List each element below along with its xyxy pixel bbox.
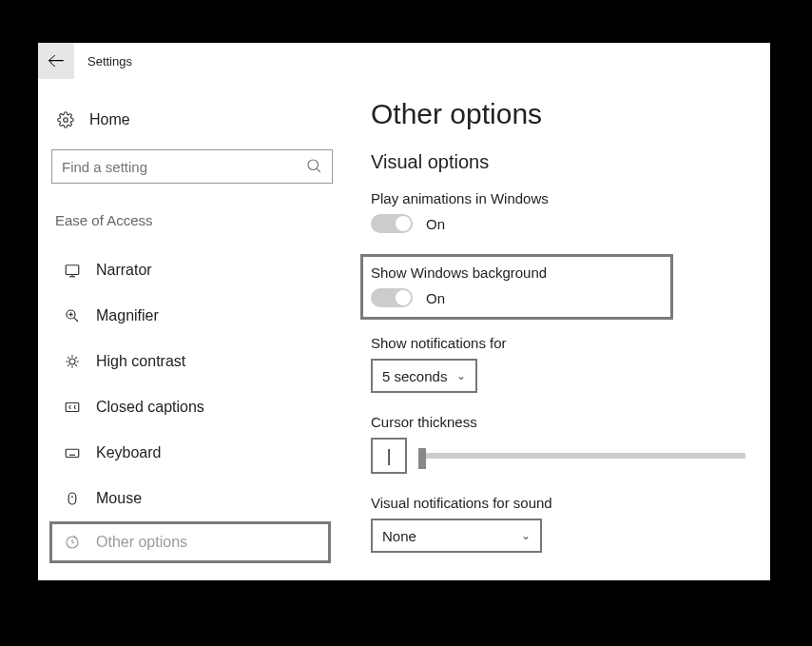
svg-point-0	[64, 118, 68, 123]
svg-line-17	[68, 364, 69, 366]
sidebar-item-label: Closed captions	[96, 399, 204, 416]
sidebar-item-other-options[interactable]: Other options	[49, 521, 331, 563]
svg-point-1	[308, 160, 319, 170]
closed-captions-icon	[62, 399, 83, 416]
sidebar-item-label: Magnifier	[96, 307, 159, 324]
magnifier-icon	[62, 307, 83, 324]
svg-line-15	[68, 357, 69, 359]
visual-notifications-dropdown[interactable]: None ⌄	[371, 519, 542, 553]
dropdown-value: 5 seconds	[382, 368, 447, 384]
dropdown-value: None	[382, 528, 416, 544]
sidebar-item-magnifier[interactable]: Magnifier	[49, 293, 331, 339]
main-panel: Other options Visual options Play animat…	[342, 79, 770, 580]
narrator-icon	[62, 262, 83, 279]
setting-label: Show Windows background	[371, 264, 547, 281]
sidebar-item-label: Mouse	[96, 490, 142, 507]
toggle-value: On	[426, 290, 445, 306]
notifications-dropdown[interactable]: 5 seconds ⌄	[371, 359, 477, 393]
sidebar-item-mouse[interactable]: Mouse	[49, 476, 331, 521]
sidebar-item-keyboard[interactable]: Keyboard	[49, 430, 331, 476]
arrow-left-icon: 🡠	[48, 51, 65, 71]
sidebar-item-label: Narrator	[96, 262, 152, 279]
sidebar: Home Ease of Access Narrator Magnifi	[38, 79, 342, 580]
chevron-down-icon: ⌄	[521, 529, 531, 542]
toggle-value: On	[426, 216, 445, 232]
search-icon	[305, 157, 322, 177]
other-options-icon	[62, 534, 83, 551]
play-animations-toggle[interactable]	[371, 214, 413, 233]
gear-icon	[55, 111, 76, 128]
settings-window: 🡠 Settings Home Ease of Access	[38, 43, 770, 580]
setting-label: Cursor thickness	[371, 414, 751, 430]
page-title: Other options	[371, 98, 751, 130]
chevron-down-icon: ⌄	[456, 369, 466, 382]
svg-point-10	[69, 359, 75, 364]
setting-visual-notifications: Visual notifications for sound None ⌄	[371, 495, 751, 553]
content-area: Home Ease of Access Narrator Magnifi	[38, 79, 770, 580]
setting-label: Visual notifications for sound	[371, 495, 751, 511]
home-label: Home	[89, 111, 130, 128]
setting-play-animations: Play animations in Windows On	[371, 190, 751, 233]
svg-rect-3	[66, 265, 79, 275]
home-button[interactable]: Home	[49, 106, 331, 134]
sidebar-item-label: Keyboard	[96, 444, 162, 461]
search-field[interactable]	[62, 159, 305, 175]
sidebar-item-label: High contrast	[96, 353, 185, 370]
mouse-icon	[62, 490, 83, 507]
svg-line-16	[75, 364, 77, 366]
svg-rect-25	[68, 493, 76, 504]
setting-cursor-thickness: Cursor thickness |	[371, 414, 751, 474]
svg-rect-20	[66, 449, 79, 457]
back-button[interactable]: 🡠	[38, 43, 74, 79]
sidebar-item-label: Other options	[96, 534, 187, 551]
sidebar-item-high-contrast[interactable]: High contrast	[49, 339, 331, 384]
titlebar: 🡠 Settings	[38, 43, 770, 79]
sidebar-item-closed-captions[interactable]: Closed captions	[49, 384, 331, 430]
svg-line-2	[317, 168, 319, 171]
svg-rect-19	[66, 403, 79, 412]
window-title: Settings	[87, 54, 132, 69]
sidebar-item-narrator[interactable]: Narrator	[49, 247, 331, 293]
show-background-toggle[interactable]	[371, 288, 413, 307]
svg-line-18	[75, 357, 77, 359]
setting-label: Play animations in Windows	[371, 190, 751, 206]
search-input[interactable]	[51, 149, 333, 184]
keyboard-icon	[62, 444, 83, 461]
cursor-thickness-slider[interactable]	[418, 453, 745, 459]
section-title: Visual options	[371, 151, 751, 173]
setting-notifications: Show notifications for 5 seconds ⌄	[371, 335, 751, 393]
cursor-preview: |	[371, 438, 407, 474]
sidebar-category: Ease of Access	[55, 212, 331, 228]
high-contrast-icon	[62, 353, 83, 370]
setting-label: Show notifications for	[371, 335, 751, 351]
svg-line-7	[74, 318, 78, 322]
setting-show-background: Show Windows background On	[360, 254, 673, 320]
